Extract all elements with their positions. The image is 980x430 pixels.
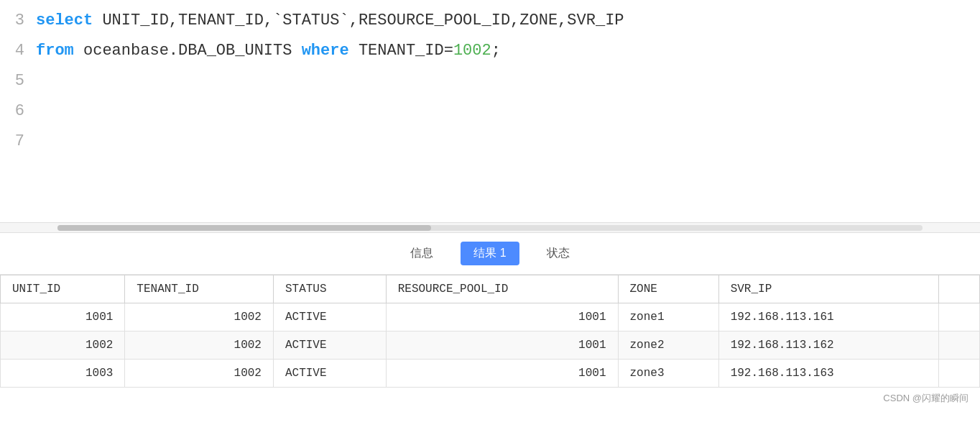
line-number-4: 4 xyxy=(0,36,36,66)
keyword-from: from xyxy=(36,42,74,60)
cell-unit-id: 1001 xyxy=(1,303,125,331)
results-container: UNIT_ID TENANT_ID STATUS RESOURCE_POOL_I… xyxy=(0,275,980,388)
scrollbar-track xyxy=(57,225,923,231)
footer-text: CSDN @闪耀的瞬间 xyxy=(883,393,969,403)
table-row: 1001 1002 ACTIVE 1001 zone1 192.168.113.… xyxy=(1,303,980,331)
code-editor: 3 select UNIT_ID,TENANT_ID,`STATUS`,RESO… xyxy=(0,0,980,223)
tabs-bar: 信息 结果 1 状态 xyxy=(0,233,980,275)
results-table: UNIT_ID TENANT_ID STATUS RESOURCE_POOL_I… xyxy=(0,275,980,388)
code-text-3: TENANT_ID= xyxy=(349,42,453,60)
cell-zone: zone1 xyxy=(618,303,718,331)
col-header-empty xyxy=(938,275,979,303)
tab-info[interactable]: 信息 xyxy=(397,242,446,265)
code-text-2: oceanbase.DBA_OB_UNITS xyxy=(74,42,302,60)
table-row: 1003 1002 ACTIVE 1001 zone3 192.168.113.… xyxy=(1,360,980,388)
cell-resource-pool-id: 1001 xyxy=(386,331,618,360)
cell-zone: zone3 xyxy=(618,360,718,388)
line-number-3: 3 xyxy=(0,6,36,36)
cell-svr-ip: 192.168.113.161 xyxy=(718,303,938,331)
tab-status[interactable]: 状态 xyxy=(534,242,583,265)
keyword-where: where xyxy=(302,42,349,60)
cell-tenant-id: 1002 xyxy=(125,331,274,360)
code-line-6: 6 xyxy=(0,96,980,127)
code-lines: 3 select UNIT_ID,TENANT_ID,`STATUS`,RESO… xyxy=(0,0,980,163)
cell-status: ACTIVE xyxy=(273,331,386,360)
footer: CSDN @闪耀的瞬间 xyxy=(0,388,980,409)
tab-result1[interactable]: 结果 1 xyxy=(461,242,519,265)
scrollbar-thumb xyxy=(57,225,431,231)
col-header-resource-pool-id: RESOURCE_POOL_ID xyxy=(386,275,618,303)
line-number-6: 6 xyxy=(0,96,36,127)
cell-empty xyxy=(938,303,979,331)
line-number-7: 7 xyxy=(0,127,36,157)
number-value: 1002 xyxy=(453,42,491,60)
cell-empty xyxy=(938,331,979,360)
cell-unit-id: 1003 xyxy=(1,360,125,388)
line-content-3: select UNIT_ID,TENANT_ID,`STATUS`,RESOUR… xyxy=(36,6,980,36)
code-line-3: 3 select UNIT_ID,TENANT_ID,`STATUS`,RESO… xyxy=(0,6,980,36)
cell-status: ACTIVE xyxy=(273,360,386,388)
table-header-row: UNIT_ID TENANT_ID STATUS RESOURCE_POOL_I… xyxy=(1,275,980,303)
col-header-tenant-id: TENANT_ID xyxy=(125,275,274,303)
col-header-zone: ZONE xyxy=(618,275,718,303)
cell-empty xyxy=(938,360,979,388)
cell-status: ACTIVE xyxy=(273,303,386,331)
cell-tenant-id: 1002 xyxy=(125,303,274,331)
cell-zone: zone2 xyxy=(618,331,718,360)
code-line-5: 5 xyxy=(0,66,980,96)
line-content-4: from oceanbase.DBA_OB_UNITS where TENANT… xyxy=(36,36,980,66)
col-header-status: STATUS xyxy=(273,275,386,303)
col-header-unit-id: UNIT_ID xyxy=(1,275,125,303)
cell-svr-ip: 192.168.113.163 xyxy=(718,360,938,388)
horizontal-scrollbar[interactable] xyxy=(0,223,980,233)
table-row: 1002 1002 ACTIVE 1001 zone2 192.168.113.… xyxy=(1,331,980,360)
cell-unit-id: 1002 xyxy=(1,331,125,360)
keyword-select: select xyxy=(36,12,93,29)
semicolon: ; xyxy=(491,42,501,60)
cell-svr-ip: 192.168.113.162 xyxy=(718,331,938,360)
code-text: UNIT_ID,TENANT_ID,`STATUS`,RESOURCE_POOL… xyxy=(93,12,624,29)
code-line-4: 4 from oceanbase.DBA_OB_UNITS where TENA… xyxy=(0,36,980,66)
code-line-7: 7 xyxy=(0,127,980,157)
cell-resource-pool-id: 1001 xyxy=(386,303,618,331)
col-header-svr-ip: SVR_IP xyxy=(718,275,938,303)
line-number-5: 5 xyxy=(0,66,36,96)
cell-resource-pool-id: 1001 xyxy=(386,360,618,388)
cell-tenant-id: 1002 xyxy=(125,360,274,388)
